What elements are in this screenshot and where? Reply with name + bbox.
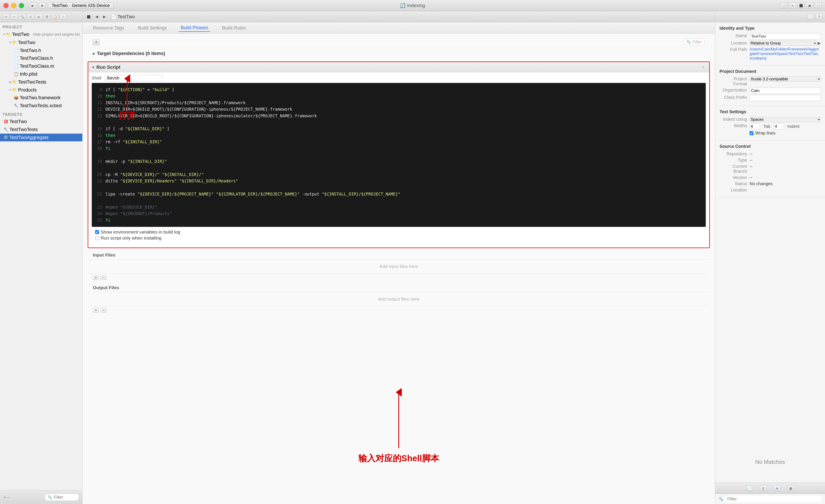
tab-build-settings[interactable]: Build Settings — [136, 24, 169, 31]
split-btn[interactable]: ⬛ — [798, 3, 804, 9]
close-button[interactable] — [3, 3, 9, 8]
forward-btn[interactable]: ▶ — [101, 14, 107, 19]
sidebar-filter[interactable]: 🔍 — [45, 494, 79, 501]
hide-targets-btn[interactable]: Hide project and targets list — [33, 32, 80, 37]
inspector-location-row: Location Relative to Group Absolute Path… — [720, 41, 821, 46]
tree-disclosure[interactable]: ▼ — [3, 33, 6, 36]
sidebar-add-btn[interactable]: + — [3, 495, 6, 500]
tab-build-rules[interactable]: Build Rules — [220, 24, 247, 31]
tab-label: Tab — [763, 124, 770, 129]
indent-width-input[interactable] — [774, 123, 784, 129]
tree-item-testtwo-root[interactable]: ▼ 📁 TestTwo — [3, 31, 29, 38]
disclosure[interactable]: ▼ — [9, 88, 12, 92]
code-line-blank5 — [95, 198, 702, 204]
tree-item-xctest[interactable]: 🔧 TestTwoTests.xctest — [0, 102, 82, 110]
output-files-remove-btn[interactable]: − — [100, 308, 106, 312]
file-add-btn[interactable]: + — [11, 14, 18, 20]
nav-toolbar: ⬛ ◀ ▶ 📄 TestTwo — [82, 11, 715, 22]
inspector-quick-help-btn[interactable]: ? — [816, 14, 822, 20]
scheme-selector[interactable]: TestTwo › Generic iOS Device — [48, 3, 114, 9]
sidebar-tree: PROJECT ▼ 📁 TestTwo Hide project and tar… — [0, 22, 82, 490]
code-line-23: 23 #open "${DEVICE_DIR}" — [95, 204, 702, 210]
inspector-bottom-class-btn[interactable]: {} — [760, 485, 767, 491]
output-files-add-btn[interactable]: + — [93, 308, 99, 312]
shell-section: Shell 9 if [ "${ACTION}" = "build" ] 10 — [88, 72, 709, 247]
input-files-header: Input Files — [88, 251, 710, 260]
run-only-checkbox[interactable] — [95, 236, 99, 240]
tree-item-testtwoTests[interactable]: ▶ 📁 TestTwoTests — [0, 78, 82, 86]
inspector-filter-bar: 🔍 — [715, 494, 825, 504]
run-script-header[interactable]: ▼ Run Script × — [88, 62, 709, 72]
input-files-add-btn[interactable]: + — [93, 275, 99, 280]
indent-using-select[interactable]: Spaces Tabs — [750, 117, 821, 122]
wrap-lines-checkbox[interactable] — [750, 131, 753, 135]
name-label: Name — [720, 33, 750, 38]
tree-item-framework[interactable]: 📦 TestTwo.framework — [0, 94, 82, 102]
inspector-filter-input[interactable] — [725, 496, 822, 502]
inspector-left-btn[interactable]: ⬜ — [780, 3, 787, 9]
test-btn[interactable]: ◎ — [35, 14, 42, 20]
type-value: -- — [750, 158, 821, 163]
search-sidebar-btn[interactable]: 🔍 — [19, 14, 26, 20]
disclosure[interactable]: ▼ — [9, 41, 12, 44]
disclosure[interactable]: ▶ — [9, 80, 12, 84]
target-testtwo[interactable]: 🎯 TestTwo — [0, 118, 82, 126]
inspector-btn[interactable]: ≡ — [789, 3, 796, 9]
class-prefix-input[interactable] — [750, 95, 821, 101]
indent-using-row: Indent Using Spaces Tabs — [720, 117, 821, 122]
warning-btn[interactable]: ⚠ — [27, 14, 34, 20]
project-format-select[interactable]: Xcode 3.2-compatible — [750, 76, 821, 82]
maximize-button[interactable] — [19, 3, 24, 8]
tree-item-testtwo-group[interactable]: ▼ 📁 TestTwo — [0, 39, 82, 47]
inspector-bottom-grid-btn[interactable]: ▦ — [788, 485, 794, 491]
code-editor[interactable]: 9 if [ "${ACTION}" = "build" ] 10 then 1… — [92, 83, 706, 227]
location-arrow-btn[interactable]: ▶ — [818, 41, 821, 46]
tab-width-input[interactable] — [750, 123, 760, 129]
filter-phases-label: Filter — [692, 40, 702, 45]
inspector-file-btn[interactable]: 📄 — [807, 14, 814, 20]
sidebar-toggle-btn[interactable]: ≡ — [3, 14, 9, 20]
inspector-bottom-circle-btn[interactable]: ⊕ — [774, 485, 780, 491]
project-doc-title: Project Document — [720, 69, 821, 74]
tab-resource-tags[interactable]: Resource Tags — [91, 24, 126, 31]
tree-item-testtwoclass-m[interactable]: 📄 TestTwoClass.m — [0, 62, 82, 70]
layout-btn[interactable]: ▣ — [806, 3, 813, 9]
add-phase-btn[interactable]: + — [93, 39, 100, 45]
stop-button[interactable]: ■ — [39, 3, 46, 9]
location-select[interactable]: Relative to Group Absolute Path — [750, 41, 817, 46]
location-sc-label: Location — [720, 188, 750, 193]
phases-filter[interactable]: 🔍 Filter — [684, 39, 705, 45]
tree-item-infoplist[interactable]: 📋 Info.plist — [0, 70, 82, 78]
target-dependencies-header[interactable]: ▶ Target Dependencies (0 items) — [93, 49, 705, 58]
run-script-close-btn[interactable]: × — [700, 65, 706, 70]
inspector-right-btn[interactable]: ⬜ — [815, 3, 822, 9]
back-btn[interactable]: ◀ — [94, 14, 100, 19]
debug-btn[interactable]: ⛓ — [44, 14, 50, 20]
show-env-checkbox[interactable] — [95, 230, 99, 234]
tab-build-phases[interactable]: Build Phases — [179, 24, 210, 32]
source-control-section: Source Control Repository -- Type -- Cur… — [715, 141, 825, 198]
input-files-buttons: + − — [88, 274, 710, 282]
sidebar-bottom: + − 🔍 — [0, 490, 82, 504]
org-input[interactable] — [750, 88, 821, 94]
tree-item-products[interactable]: ▼ 📁 Products — [0, 86, 82, 94]
input-files-remove-btn[interactable]: − — [100, 275, 106, 280]
report-btn[interactable]: 📋 — [52, 14, 59, 20]
run-button[interactable]: ▶ — [29, 3, 36, 9]
run-script-disclosure[interactable]: ▼ — [92, 66, 95, 69]
target-testtwoAggregate[interactable]: ⚙️ TestTwoAggregate — [0, 134, 82, 142]
target-deps-disclosure[interactable]: ▶ — [93, 52, 95, 55]
shell-path-input[interactable] — [104, 75, 163, 81]
inspector-bottom-file-btn[interactable]: 📄 — [746, 485, 753, 491]
minimize-button[interactable] — [11, 3, 16, 8]
show-env-row: Show environment variables in build log — [95, 229, 702, 235]
git-btn[interactable]: ↕ — [60, 14, 67, 20]
sidebar-remove-btn[interactable]: − — [7, 495, 10, 500]
target-testtwoTests[interactable]: 🔧 TestTwoTests — [0, 126, 82, 134]
tree-item-testtwoclass-h[interactable]: 📄 TestTwoClass.h — [0, 54, 82, 62]
name-input[interactable] — [750, 33, 821, 39]
sidebar-hide-btn[interactable]: ⬛ — [85, 14, 92, 20]
output-files-buttons: + − — [88, 306, 710, 314]
filter-input[interactable] — [54, 495, 76, 500]
tree-item-testtwoh[interactable]: 📄 TestTwo.h — [0, 47, 82, 55]
